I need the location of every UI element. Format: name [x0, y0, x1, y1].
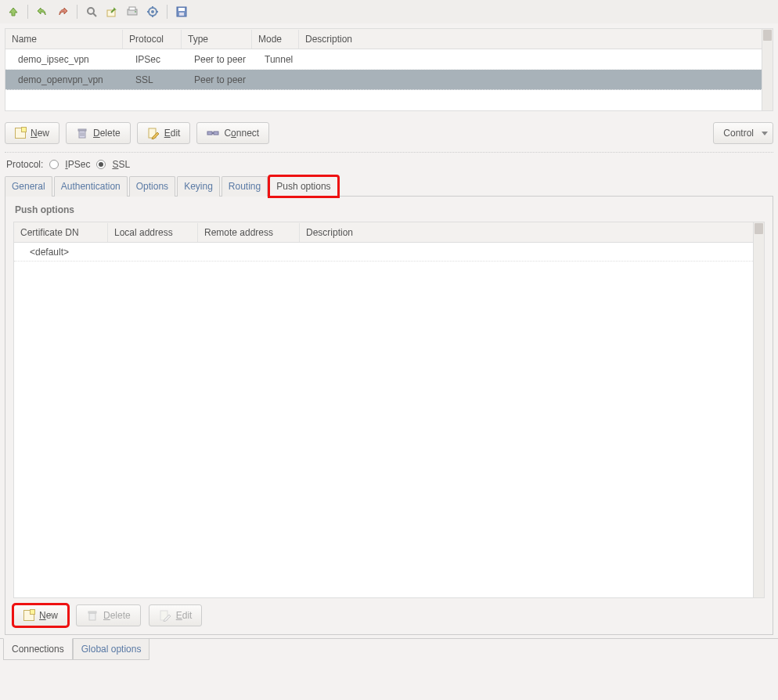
- header-remote-address[interactable]: Remote address: [198, 223, 300, 242]
- edit-icon: [159, 609, 171, 622]
- svg-rect-24: [89, 613, 95, 620]
- protocol-label: Protocol:: [6, 159, 43, 170]
- cell-mode: Tunnel: [252, 50, 299, 69]
- push-table-header: Certificate DN Local address Remote addr…: [14, 222, 753, 243]
- button-label: Delete: [93, 128, 121, 139]
- push-options-table: Certificate DN Local address Remote addr…: [14, 222, 753, 597]
- cell-protocol: IPSec: [123, 50, 182, 69]
- header-name[interactable]: Name: [5, 30, 123, 49]
- push-options-table-wrap: Certificate DN Local address Remote addr…: [13, 222, 765, 598]
- scroll-up-icon[interactable]: [763, 30, 772, 41]
- header-cert-dn[interactable]: Certificate DN: [14, 223, 108, 242]
- svg-line-1: [93, 13, 96, 16]
- radio-ipsec-label[interactable]: IPSec: [65, 159, 90, 170]
- tab-options[interactable]: Options: [129, 176, 175, 197]
- protocol-selector: Protocol: IPSec SSL: [0, 157, 778, 176]
- push-options-panel: Push options Certificate DN Local addres…: [5, 197, 773, 635]
- connections-button-bar: New Delete Edit Connect Control: [0, 116, 778, 150]
- chevron-down-icon: [762, 132, 768, 135]
- print-icon[interactable]: [124, 3, 141, 20]
- tab-general[interactable]: General: [5, 176, 52, 197]
- tab-connections[interactable]: Connections: [3, 638, 73, 660]
- new-icon: [23, 610, 34, 621]
- svg-point-7: [151, 10, 154, 13]
- button-label: Edit: [176, 610, 193, 621]
- cell-name: demo_openvpn_vpn: [5, 70, 123, 89]
- tab-keying[interactable]: Keying: [177, 176, 220, 197]
- toolbar-separator: [167, 5, 167, 19]
- header-mode[interactable]: Mode: [252, 30, 299, 49]
- cell-type: Peer to peer: [182, 70, 252, 89]
- connect-icon: [207, 127, 219, 139]
- redo-icon[interactable]: [54, 3, 71, 20]
- cell-name: demo_ipsec_vpn: [5, 50, 123, 69]
- push-table-body: <default>: [14, 243, 753, 597]
- header-description[interactable]: Description: [299, 30, 773, 49]
- table-body: demo_ipsec_vpn IPSec Peer to peer Tunnel…: [5, 49, 773, 110]
- up-icon[interactable]: [5, 3, 22, 20]
- svg-rect-25: [88, 612, 96, 613]
- push-options-title: Push options: [15, 204, 765, 215]
- table-row[interactable]: demo_ipsec_vpn IPSec Peer to peer Tunnel: [5, 49, 773, 70]
- main-toolbar: [0, 0, 778, 23]
- find-icon[interactable]: [83, 3, 100, 20]
- connections-table: Name Protocol Type Mode Description demo…: [5, 29, 773, 110]
- toolbar-separator: [77, 5, 77, 19]
- radio-ipsec[interactable]: [49, 160, 59, 169]
- tab-routing[interactable]: Routing: [222, 176, 268, 197]
- push-edit-button[interactable]: Edit: [149, 604, 203, 626]
- control-button[interactable]: Control: [713, 122, 773, 144]
- table-row[interactable]: <default>: [14, 243, 753, 262]
- cell-description: [299, 56, 773, 63]
- header-local-address[interactable]: Local address: [108, 223, 198, 242]
- bottom-tabs: Connections Global options: [0, 638, 778, 660]
- settings-icon[interactable]: [144, 3, 161, 20]
- header-protocol[interactable]: Protocol: [123, 30, 182, 49]
- save-icon[interactable]: [173, 3, 190, 20]
- svg-rect-16: [78, 129, 86, 131]
- push-button-bar: New Delete Edit: [13, 604, 765, 634]
- edit-button[interactable]: Edit: [137, 122, 191, 144]
- svg-rect-22: [214, 132, 218, 135]
- trash-icon: [86, 609, 99, 622]
- cell-local-address: [108, 243, 198, 261]
- cell-protocol: SSL: [123, 70, 182, 89]
- cell-type: Peer to peer: [182, 50, 252, 69]
- header-description[interactable]: Description: [300, 223, 753, 242]
- scroll-up-icon[interactable]: [755, 223, 763, 234]
- vertical-scrollbar[interactable]: [753, 222, 764, 597]
- button-label: New: [31, 128, 49, 139]
- toolbar-separator: [27, 5, 28, 19]
- tab-push-options[interactable]: Push options: [269, 176, 337, 197]
- export-icon[interactable]: [103, 3, 121, 20]
- svg-rect-2: [107, 10, 115, 16]
- svg-rect-4: [129, 7, 135, 10]
- cell-mode: [252, 76, 299, 84]
- edit-icon: [147, 127, 160, 139]
- tab-global-options[interactable]: Global options: [73, 639, 150, 660]
- connect-button[interactable]: Connect: [196, 122, 269, 144]
- button-label: Connect: [224, 128, 259, 139]
- tab-authentication[interactable]: Authentication: [54, 176, 128, 197]
- svg-rect-13: [178, 8, 185, 11]
- push-delete-button[interactable]: Delete: [76, 604, 141, 626]
- cell-description: [300, 243, 753, 261]
- new-icon: [15, 128, 26, 139]
- button-label: Edit: [164, 128, 181, 139]
- svg-rect-14: [179, 13, 184, 16]
- cell-description: [299, 76, 773, 84]
- button-label: Control: [723, 128, 754, 139]
- undo-icon[interactable]: [34, 3, 51, 20]
- push-new-button[interactable]: New: [13, 604, 68, 626]
- radio-ssl[interactable]: [96, 160, 106, 169]
- new-button[interactable]: New: [5, 122, 59, 144]
- table-header: Name Protocol Type Mode Description: [5, 29, 773, 49]
- header-type[interactable]: Type: [182, 30, 252, 49]
- vertical-scrollbar[interactable]: [762, 29, 773, 110]
- table-row[interactable]: demo_openvpn_vpn SSL Peer to peer: [5, 70, 773, 90]
- separator: [5, 152, 773, 153]
- connections-table-panel: Name Protocol Type Mode Description demo…: [5, 28, 773, 111]
- radio-ssl-label[interactable]: SSL: [112, 159, 130, 170]
- cell-cert-dn: <default>: [14, 243, 108, 261]
- delete-button[interactable]: Delete: [66, 122, 131, 144]
